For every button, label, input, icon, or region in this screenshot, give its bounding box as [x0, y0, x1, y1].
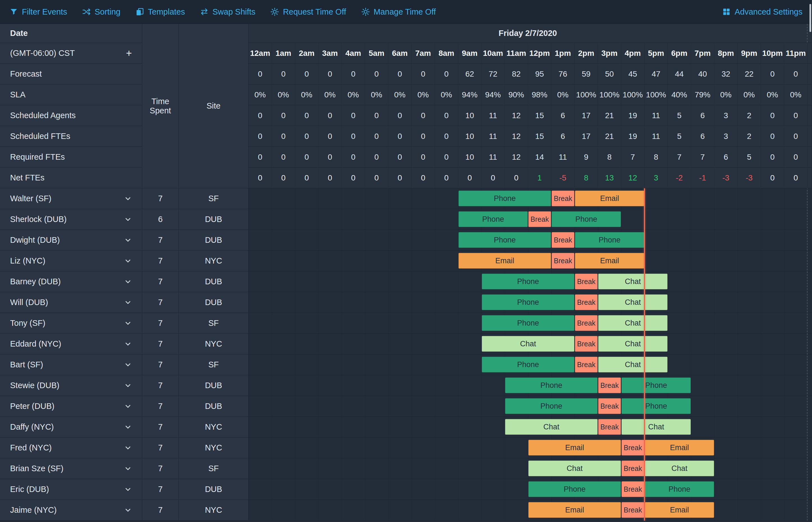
shift-block-break[interactable]: Break [552, 232, 574, 248]
agent-row-fred-nyc[interactable]: Fred (NYC) [0, 438, 142, 458]
shift-block-phone[interactable]: Phone [482, 295, 574, 310]
chevron-down-icon[interactable] [124, 195, 132, 203]
shift-block-break[interactable]: Break [598, 419, 621, 435]
add-timezone-button[interactable]: + [126, 48, 132, 58]
summary-value: 0 [435, 126, 458, 147]
summary-value: 0 [319, 167, 342, 188]
chevron-down-icon[interactable] [124, 319, 132, 327]
scrollbar-thumb[interactable] [810, 4, 811, 32]
chevron-down-icon[interactable] [124, 465, 132, 473]
shift-block-chat[interactable]: Chat [482, 336, 574, 352]
shift-block-chat[interactable]: Chat [622, 419, 691, 435]
chevron-down-icon[interactable] [124, 506, 132, 514]
shift-block-chat[interactable]: Chat [598, 295, 668, 310]
chevron-down-icon[interactable] [124, 278, 132, 286]
chevron-down-icon[interactable] [124, 423, 132, 431]
shift-block-phone[interactable]: Phone [459, 211, 528, 227]
chevron-down-icon[interactable] [124, 216, 132, 223]
agent-row-jaime-nyc[interactable]: Jaime (NYC) [0, 500, 142, 521]
shift-block-break[interactable]: Break [575, 295, 597, 310]
chevron-down-icon[interactable] [124, 299, 132, 306]
shift-block-break[interactable]: Break [622, 481, 644, 497]
shift-block-chat[interactable]: Chat [528, 461, 621, 476]
shift-block-break[interactable]: Break [552, 190, 574, 206]
agent-row-eddard-nyc[interactable]: Eddard (NYC) [0, 334, 142, 355]
summary-value: 17 [575, 105, 598, 126]
toolbar-item-templates[interactable]: Templates [136, 7, 185, 17]
toolbar-item-manage-time-off[interactable]: Manage Time Off [361, 7, 436, 17]
shift-block-break[interactable]: Break [575, 274, 597, 289]
shift-block-email[interactable]: Email [645, 502, 714, 518]
agent-row-will-dub[interactable]: Will (DUB) [0, 292, 142, 313]
shift-block-break[interactable]: Break [622, 461, 644, 476]
chevron-down-icon[interactable] [124, 444, 132, 452]
shift-block-break[interactable]: Break [622, 502, 644, 518]
agent-row-sherlock-dub[interactable]: Sherlock (DUB) [0, 209, 142, 230]
shift-block-phone[interactable]: Phone [622, 398, 691, 414]
agent-row-eric-dub[interactable]: Eric (DUB) [0, 479, 142, 500]
shift-block-break[interactable]: Break [622, 440, 644, 456]
toolbar-item-sorting[interactable]: Sorting [82, 7, 120, 17]
summary-value: 0 [342, 126, 365, 147]
agent-row-peter-dub[interactable]: Peter (DUB) [0, 396, 142, 417]
shift-block-break[interactable]: Break [528, 211, 551, 227]
toolbar-item-advanced-settings[interactable]: Advanced Settings [722, 7, 803, 17]
agent-site: DUB [179, 396, 249, 417]
shift-block-email[interactable]: Email [459, 253, 551, 268]
shift-block-break[interactable]: Break [575, 315, 597, 331]
shift-block-break[interactable]: Break [575, 336, 597, 352]
summary-value: 0 [388, 64, 412, 84]
shift-block-phone[interactable]: Phone [622, 378, 691, 393]
shift-block-phone[interactable]: Phone [482, 357, 574, 373]
shift-block-phone[interactable]: Phone [459, 232, 551, 248]
summary-value: 0 [458, 167, 482, 188]
shift-block-phone[interactable]: Phone [459, 190, 551, 206]
chevron-down-icon[interactable] [124, 340, 132, 348]
agent-row-barney-dub[interactable]: Barney (DUB) [0, 272, 142, 292]
toolbar-item-swap-shifts[interactable]: Swap Shifts [200, 7, 255, 17]
summary-value: 19 [621, 105, 645, 126]
shift-block-chat[interactable]: Chat [505, 419, 597, 435]
shift-block-phone[interactable]: Phone [505, 378, 597, 393]
shift-block-phone[interactable]: Phone [552, 211, 621, 227]
agent-row-daffy-nyc[interactable]: Daffy (NYC) [0, 417, 142, 438]
shift-block-break[interactable]: Break [598, 378, 621, 393]
shift-block-email[interactable]: Email [575, 253, 644, 268]
chevron-down-icon[interactable] [124, 257, 132, 265]
agent-row-stewie-dub[interactable]: Stewie (DUB) [0, 375, 142, 396]
chevron-down-icon[interactable] [124, 402, 132, 410]
agent-row-liz-nyc[interactable]: Liz (NYC) [0, 250, 142, 272]
chevron-down-icon[interactable] [124, 485, 132, 494]
shift-block-phone[interactable]: Phone [645, 481, 714, 497]
shift-block-break[interactable]: Break [575, 357, 597, 373]
shift-block-break[interactable]: Break [598, 398, 621, 414]
agent-row-brian-sze-sf[interactable]: Brian Sze (SF) [0, 458, 142, 479]
shift-block-chat[interactable]: Chat [645, 461, 714, 476]
toolbar-item-filter-events[interactable]: Filter Events [9, 7, 67, 17]
shift-block-chat[interactable]: Chat [598, 274, 668, 289]
chevron-down-icon[interactable] [124, 361, 132, 369]
summary-value: 100% [621, 84, 645, 105]
agent-row-tony-sf[interactable]: Tony (SF) [0, 313, 142, 334]
shift-block-email[interactable]: Email [645, 440, 714, 456]
shift-block-phone[interactable]: Phone [482, 274, 574, 289]
agent-row-dwight-dub[interactable]: Dwight (DUB) [0, 230, 142, 250]
shift-block-phone[interactable]: Phone [505, 398, 597, 414]
shift-block-phone[interactable]: Phone [482, 315, 574, 331]
agent-name-label: Barney (DUB) [10, 277, 61, 286]
hour-label-12am: 12am [249, 43, 272, 64]
shift-block-chat[interactable]: Chat [598, 357, 668, 373]
shift-block-chat[interactable]: Chat [598, 315, 668, 331]
toolbar-item-request-time-off[interactable]: Request Time Off [270, 7, 346, 17]
shift-block-chat[interactable]: Chat [598, 336, 668, 352]
shift-block-break[interactable]: Break [552, 253, 574, 268]
shift-block-phone[interactable]: Phone [575, 232, 644, 248]
shift-block-email[interactable]: Email [528, 502, 621, 518]
agent-row-bart-sf[interactable]: Bart (SF) [0, 355, 142, 375]
shift-block-phone[interactable]: Phone [528, 481, 621, 497]
shift-block-email[interactable]: Email [575, 190, 644, 206]
shift-block-email[interactable]: Email [528, 440, 621, 456]
chevron-down-icon[interactable] [124, 382, 132, 389]
chevron-down-icon[interactable] [124, 236, 132, 244]
agent-row-walter-sf[interactable]: Walter (SF) [0, 188, 142, 209]
